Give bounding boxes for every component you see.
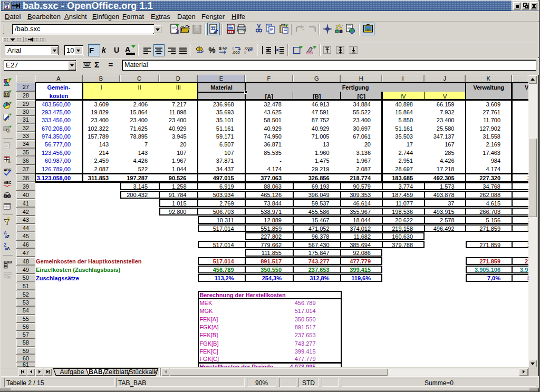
svg-text:A: A xyxy=(7,246,10,251)
svg-text:%: % xyxy=(223,46,226,51)
svg-text:0: 0 xyxy=(244,50,246,55)
svg-text:ABC: ABC xyxy=(4,181,12,184)
svg-text:.000: .000 xyxy=(232,50,240,55)
svg-text:Z: Z xyxy=(4,242,6,248)
svg-text:$: $ xyxy=(219,46,221,51)
svg-text:Z: Z xyxy=(7,234,9,239)
